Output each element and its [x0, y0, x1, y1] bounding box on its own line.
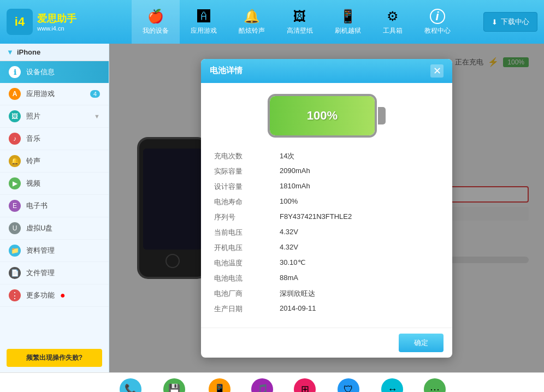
temperature-value: 30.10℃ [280, 256, 439, 271]
photos-icon: 🖼 [9, 110, 21, 122]
sidebar-item-music[interactable]: ♪ 音乐 [0, 128, 109, 150]
fail-button[interactable]: 频繁出现操作失败? [7, 349, 102, 367]
organize-icon: ⊞ [294, 378, 316, 392]
jailbreak-icon: 📱 [340, 9, 356, 24]
sidebar-bottom: 频繁出现操作失败? [0, 343, 109, 372]
nav-item-tools[interactable]: ⚙ 工具箱 [372, 0, 413, 44]
confirm-button[interactable]: 确定 [399, 334, 444, 352]
actual-cap-value: 2090mAh [280, 164, 439, 179]
content-area: 正在充电 ⚡ 100% Apple ID锁 未开启 精确查询 iCloud 未开… [109, 44, 544, 372]
sidebar: ▼ iPhone ℹ 设备信息 A 应用游戏 4 🖼 照片 ▼ ♪ 音乐 🔔 铃… [0, 44, 109, 372]
nav-label-tutorials: 教程中心 [424, 26, 451, 35]
modal-footer: 确定 [201, 328, 452, 358]
sidebar-item-videos[interactable]: ▶ 视频 [0, 173, 109, 195]
battery-outer: 100% [268, 94, 377, 138]
sidebar-item-more[interactable]: ⋮ 更多功能 ● [0, 284, 109, 307]
ringtone-tool-icon: 🎵 [251, 378, 273, 392]
logo-text: 爱思助手 www.i4.cn [37, 12, 76, 32]
sidebar-label-videos: 视频 [26, 179, 40, 188]
install-mobile-icon: 📞 [120, 378, 141, 392]
download-icon: ⬇ [492, 18, 498, 26]
tool-more-features[interactable]: ⋯ 更多功能 [419, 378, 451, 392]
modal-overlay: 电池详情 ✕ 100% [109, 44, 544, 372]
sidebar-label-music: 音乐 [26, 134, 40, 144]
manufacturer-value: 深圳欣旺达 [280, 286, 439, 301]
current-label: 电池电流 [214, 271, 280, 286]
nav-label-my-device: 我的设备 [143, 26, 169, 35]
logo-area: i4 爱思助手 www.i4.cn [0, 9, 109, 35]
backup-icon: 💾 [163, 378, 185, 392]
serial-modal-value: F8Y437421N3FTHLE2 [280, 210, 439, 225]
design-cap-value: 1810mAh [280, 179, 439, 194]
sidebar-item-file-mgr[interactable]: 📁 资料管理 [0, 240, 109, 262]
tool-ringtone[interactable]: 🎵 制作铃声 [246, 378, 278, 392]
sidebar-item-vdisk[interactable]: U 虚拟U盘 [0, 217, 109, 240]
sidebar-label-more: 更多功能 [26, 290, 55, 300]
manufacturer-label: 电池厂商 [214, 286, 280, 301]
tools-icon: ⚙ [387, 9, 399, 24]
nav-label-wallpapers: 高清壁纸 [287, 26, 313, 35]
battery-visual: 100% [214, 94, 439, 138]
music-icon: ♪ [9, 133, 21, 145]
sidebar-item-ebooks[interactable]: E 电子书 [0, 195, 109, 217]
boot-voltage-value: 4.32V [280, 240, 439, 256]
photos-arrow: ▼ [94, 113, 100, 120]
tool-screen-mirror[interactable]: 📱 手机投屏直播 [202, 378, 238, 392]
boot-voltage-label: 开机电压 [214, 240, 280, 256]
logo-box: i4 [7, 9, 33, 35]
ringtones-icon: 🔔 [244, 9, 260, 24]
curr-voltage-label: 当前电压 [214, 225, 280, 240]
device-header: ▼ iPhone [0, 44, 109, 61]
nav-item-wallpapers[interactable]: 🖼 高清壁纸 [276, 0, 324, 44]
tutorials-icon: i [430, 9, 445, 24]
nav-item-apps[interactable]: 🅰 应用游戏 [180, 0, 228, 44]
nav-item-jailbreak[interactable]: 📱 刷机越狱 [324, 0, 372, 44]
nav-label-tools: 工具箱 [383, 26, 403, 35]
sidebar-item-file-mgmt[interactable]: 📄 文件管理 [0, 262, 109, 284]
update-ios-icon: 🛡 [338, 378, 359, 392]
nav-item-ringtones[interactable]: 🔔 酷炫铃声 [228, 0, 276, 44]
battery-life-modal-value: 100% [280, 194, 439, 210]
modal-close-icon[interactable]: ✕ [430, 64, 444, 78]
sidebar-label-apps: 应用游戏 [26, 89, 85, 99]
nav-label-apps: 应用游戏 [191, 26, 217, 35]
sidebar-label-file-mgmt: 文件管理 [26, 268, 55, 278]
wallpapers-icon: 🖼 [293, 9, 306, 24]
sidebar-item-apps[interactable]: A 应用游戏 4 [0, 83, 109, 105]
tool-update-ios[interactable]: 🛡 屏蔽iOS更新 [332, 378, 365, 392]
prod-date-modal-label: 生产日期 [214, 301, 280, 317]
charge-times-modal-value: 14次 [280, 149, 439, 164]
sidebar-item-photos[interactable]: 🖼 照片 ▼ [0, 105, 109, 128]
vdisk-icon: U [9, 222, 21, 234]
tool-install-mobile[interactable]: 📞 安装移动端 [115, 378, 146, 392]
actual-cap-label: 实际容量 [214, 164, 280, 179]
nav-bar: 🍎 我的设备 🅰 应用游戏 🔔 酷炫铃声 🖼 高清壁纸 📱 刷机越狱 ⚙ 工具箱 [109, 0, 483, 44]
temperature-label: 电池温度 [214, 256, 280, 271]
bottom-toolbar: 📞 安装移动端 💾 备份/恢复数据 📱 手机投屏直播 🎵 制作铃声 ⊞ 整理设备… [0, 372, 544, 392]
battery-life-modal-label: 电池寿命 [214, 194, 280, 210]
battery-fill: 100% [270, 96, 375, 135]
curr-voltage-value: 4.32V [280, 225, 439, 240]
battery-percent-text: 100% [307, 109, 338, 123]
apps-badge: 4 [90, 90, 100, 98]
sidebar-item-ringtones[interactable]: 🔔 铃声 [0, 150, 109, 173]
migrate-icon: ↔ [381, 378, 403, 392]
file-mgr-icon: 📁 [9, 245, 21, 257]
sidebar-label-device-info: 设备信息 [26, 67, 55, 77]
tool-backup[interactable]: 💾 备份/恢复数据 [155, 378, 193, 392]
nav-label-jailbreak: 刷机越狱 [335, 26, 361, 35]
download-center-btn[interactable]: ⬇ 下载中心 [483, 12, 537, 32]
more-icon: ⋮ [9, 289, 21, 301]
sidebar-label-vdisk: 虚拟U盘 [26, 223, 52, 233]
current-value: 88mA [280, 271, 439, 286]
sidebar-label-ringtones: 铃声 [26, 156, 40, 166]
videos-icon: ▶ [9, 177, 21, 189]
tool-organize[interactable]: ⊞ 整理设备桌面 [287, 378, 323, 392]
nav-item-tutorials[interactable]: i 教程中心 [413, 0, 462, 44]
nav-item-my-device[interactable]: 🍎 我的设备 [132, 0, 180, 44]
ringtones-sidebar-icon: 🔔 [9, 155, 21, 167]
tool-migrate[interactable]: ↔ 迁移设备数据 [374, 378, 410, 392]
chevron-down-icon: ▼ [7, 48, 14, 56]
sidebar-item-device-info[interactable]: ℹ 设备信息 [0, 61, 109, 83]
file-mgmt-icon: 📄 [9, 267, 21, 279]
